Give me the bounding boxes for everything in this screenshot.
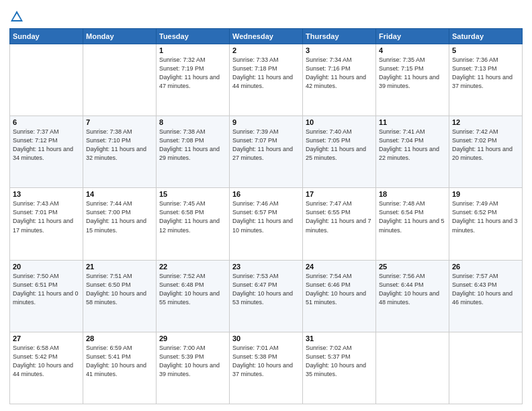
- day-info: Sunrise: 7:57 AMSunset: 6:43 PMDaylight:…: [452, 272, 519, 307]
- day-info: Sunrise: 7:54 AMSunset: 6:46 PMDaylight:…: [306, 272, 373, 307]
- day-info: Sunrise: 7:50 AMSunset: 6:51 PMDaylight:…: [13, 272, 80, 307]
- day-info: Sunrise: 7:44 AMSunset: 7:00 PMDaylight:…: [86, 199, 153, 234]
- weekday-header-wednesday: Wednesday: [230, 29, 303, 44]
- header: [9, 7, 523, 24]
- logo-icon: [9, 9, 24, 24]
- day-cell: 15Sunrise: 7:45 AMSunset: 6:58 PMDayligh…: [157, 188, 230, 260]
- day-info: Sunrise: 7:32 AMSunset: 7:19 PMDaylight:…: [159, 56, 226, 91]
- day-cell: 25Sunrise: 7:56 AMSunset: 6:44 PMDayligh…: [376, 260, 449, 332]
- day-cell: 7Sunrise: 7:38 AMSunset: 7:10 PMDaylight…: [83, 116, 157, 188]
- day-number: 19: [452, 190, 519, 198]
- day-number: 7: [86, 118, 153, 126]
- day-cell: 16Sunrise: 7:46 AMSunset: 6:57 PMDayligh…: [230, 188, 303, 260]
- day-cell: 30Sunrise: 7:01 AMSunset: 5:38 PMDayligh…: [230, 332, 303, 404]
- day-number: 21: [86, 263, 153, 271]
- day-info: Sunrise: 6:58 AMSunset: 5:42 PMDaylight:…: [13, 344, 80, 379]
- day-number: 8: [159, 118, 226, 126]
- logo: [9, 9, 26, 24]
- week-row-2: 13Sunrise: 7:43 AMSunset: 7:01 PMDayligh…: [10, 188, 523, 260]
- day-info: Sunrise: 7:53 AMSunset: 6:47 PMDaylight:…: [232, 272, 300, 307]
- day-number: 6: [13, 118, 80, 126]
- day-info: Sunrise: 7:46 AMSunset: 6:57 PMDaylight:…: [232, 199, 300, 234]
- day-info: Sunrise: 7:42 AMSunset: 7:02 PMDaylight:…: [452, 128, 519, 163]
- day-info: Sunrise: 7:39 AMSunset: 7:07 PMDaylight:…: [232, 128, 300, 163]
- day-number: 16: [232, 190, 300, 198]
- day-cell: 2Sunrise: 7:33 AMSunset: 7:18 PMDaylight…: [230, 44, 303, 116]
- day-cell: [83, 44, 157, 116]
- day-number: 3: [306, 46, 373, 54]
- day-number: 4: [379, 46, 446, 54]
- day-number: 28: [86, 334, 153, 342]
- day-cell: [376, 332, 449, 404]
- day-number: 22: [159, 263, 226, 271]
- day-cell: 19Sunrise: 7:49 AMSunset: 6:52 PMDayligh…: [449, 188, 523, 260]
- day-number: 24: [306, 263, 373, 271]
- day-cell: 22Sunrise: 7:52 AMSunset: 6:48 PMDayligh…: [157, 260, 230, 332]
- day-cell: 23Sunrise: 7:53 AMSunset: 6:47 PMDayligh…: [230, 260, 303, 332]
- day-info: Sunrise: 7:01 AMSunset: 5:38 PMDaylight:…: [232, 344, 300, 379]
- day-number: 11: [379, 118, 446, 126]
- week-row-4: 27Sunrise: 6:58 AMSunset: 5:42 PMDayligh…: [10, 332, 523, 404]
- day-cell: 1Sunrise: 7:32 AMSunset: 7:19 PMDaylight…: [157, 44, 230, 116]
- day-number: 29: [159, 334, 226, 342]
- day-number: 1: [159, 46, 226, 54]
- day-number: 31: [306, 334, 373, 342]
- day-cell: 29Sunrise: 7:00 AMSunset: 5:39 PMDayligh…: [157, 332, 230, 404]
- day-number: 23: [232, 263, 300, 271]
- day-info: Sunrise: 6:59 AMSunset: 5:41 PMDaylight:…: [86, 344, 153, 379]
- day-cell: 31Sunrise: 7:02 AMSunset: 5:37 PMDayligh…: [303, 332, 376, 404]
- week-row-3: 20Sunrise: 7:50 AMSunset: 6:51 PMDayligh…: [10, 260, 523, 332]
- day-cell: 14Sunrise: 7:44 AMSunset: 7:00 PMDayligh…: [83, 188, 157, 260]
- day-cell: [10, 44, 83, 116]
- weekday-header-monday: Monday: [83, 29, 157, 44]
- week-row-0: 1Sunrise: 7:32 AMSunset: 7:19 PMDaylight…: [10, 44, 523, 116]
- day-info: Sunrise: 7:47 AMSunset: 6:55 PMDaylight:…: [306, 199, 373, 234]
- day-cell: 17Sunrise: 7:47 AMSunset: 6:55 PMDayligh…: [303, 188, 376, 260]
- day-info: Sunrise: 7:51 AMSunset: 6:50 PMDaylight:…: [86, 272, 153, 307]
- day-info: Sunrise: 7:38 AMSunset: 7:08 PMDaylight:…: [159, 128, 226, 163]
- day-info: Sunrise: 7:43 AMSunset: 7:01 PMDaylight:…: [13, 199, 80, 234]
- day-cell: 6Sunrise: 7:37 AMSunset: 7:12 PMDaylight…: [10, 116, 83, 188]
- day-number: 13: [13, 190, 80, 198]
- weekday-header-sunday: Sunday: [10, 29, 83, 44]
- day-info: Sunrise: 7:45 AMSunset: 6:58 PMDaylight:…: [159, 199, 226, 234]
- day-cell: 10Sunrise: 7:40 AMSunset: 7:05 PMDayligh…: [303, 116, 376, 188]
- day-cell: 9Sunrise: 7:39 AMSunset: 7:07 PMDaylight…: [230, 116, 303, 188]
- day-number: 2: [232, 46, 300, 54]
- weekday-header-saturday: Saturday: [449, 29, 523, 44]
- day-info: Sunrise: 7:38 AMSunset: 7:10 PMDaylight:…: [86, 128, 153, 163]
- day-number: 25: [379, 263, 446, 271]
- day-cell: 5Sunrise: 7:36 AMSunset: 7:13 PMDaylight…: [449, 44, 523, 116]
- day-info: Sunrise: 7:36 AMSunset: 7:13 PMDaylight:…: [452, 56, 519, 91]
- day-cell: 3Sunrise: 7:34 AMSunset: 7:16 PMDaylight…: [303, 44, 376, 116]
- weekday-header-thursday: Thursday: [303, 29, 376, 44]
- day-info: Sunrise: 7:02 AMSunset: 5:37 PMDaylight:…: [306, 344, 373, 379]
- weekday-header-row: SundayMondayTuesdayWednesdayThursdayFrid…: [10, 29, 523, 44]
- weekday-header-tuesday: Tuesday: [157, 29, 230, 44]
- weekday-header-friday: Friday: [376, 29, 449, 44]
- day-cell: 8Sunrise: 7:38 AMSunset: 7:08 PMDaylight…: [157, 116, 230, 188]
- day-cell: 20Sunrise: 7:50 AMSunset: 6:51 PMDayligh…: [10, 260, 83, 332]
- day-number: 17: [306, 190, 373, 198]
- day-info: Sunrise: 7:33 AMSunset: 7:18 PMDaylight:…: [232, 56, 300, 91]
- day-number: 5: [452, 46, 519, 54]
- page: SundayMondayTuesdayWednesdayThursdayFrid…: [0, 0, 532, 411]
- week-row-1: 6Sunrise: 7:37 AMSunset: 7:12 PMDaylight…: [10, 116, 523, 188]
- day-info: Sunrise: 7:00 AMSunset: 5:39 PMDaylight:…: [159, 344, 226, 379]
- day-number: 30: [232, 334, 300, 342]
- day-info: Sunrise: 7:56 AMSunset: 6:44 PMDaylight:…: [379, 272, 446, 307]
- day-number: 18: [379, 190, 446, 198]
- day-cell: [449, 332, 523, 404]
- day-info: Sunrise: 7:40 AMSunset: 7:05 PMDaylight:…: [306, 128, 373, 163]
- day-cell: 18Sunrise: 7:48 AMSunset: 6:54 PMDayligh…: [376, 188, 449, 260]
- day-cell: 13Sunrise: 7:43 AMSunset: 7:01 PMDayligh…: [10, 188, 83, 260]
- day-info: Sunrise: 7:41 AMSunset: 7:04 PMDaylight:…: [379, 128, 446, 163]
- day-info: Sunrise: 7:34 AMSunset: 7:16 PMDaylight:…: [306, 56, 373, 91]
- day-cell: 11Sunrise: 7:41 AMSunset: 7:04 PMDayligh…: [376, 116, 449, 188]
- day-cell: 21Sunrise: 7:51 AMSunset: 6:50 PMDayligh…: [83, 260, 157, 332]
- day-number: 12: [452, 118, 519, 126]
- day-cell: 12Sunrise: 7:42 AMSunset: 7:02 PMDayligh…: [449, 116, 523, 188]
- day-cell: 27Sunrise: 6:58 AMSunset: 5:42 PMDayligh…: [10, 332, 83, 404]
- day-number: 14: [86, 190, 153, 198]
- day-info: Sunrise: 7:52 AMSunset: 6:48 PMDaylight:…: [159, 272, 226, 307]
